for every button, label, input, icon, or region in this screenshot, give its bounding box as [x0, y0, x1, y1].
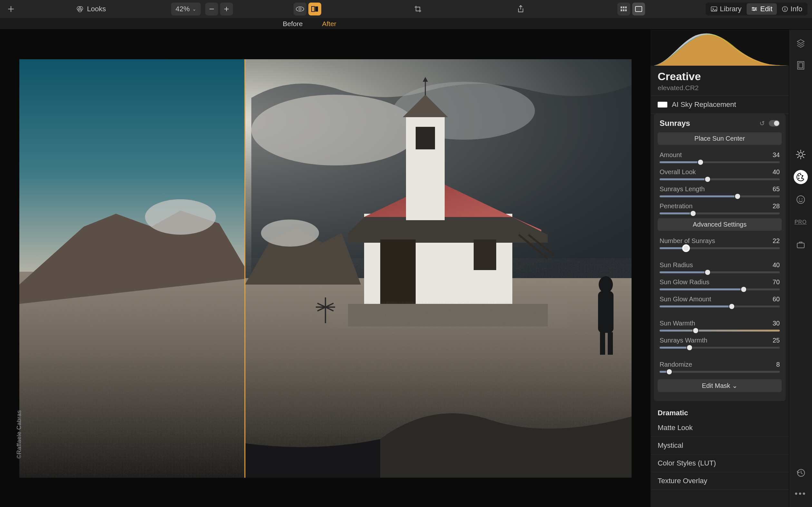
svg-point-27	[145, 199, 216, 235]
utility-category-icon[interactable]	[794, 237, 808, 252]
slider-sunrays-warmth[interactable]: Sunrays Warmth25	[658, 334, 782, 351]
tab-library[interactable]: Library	[706, 3, 746, 15]
layers-icon[interactable]	[794, 36, 808, 50]
single-view-button[interactable]	[632, 3, 645, 15]
slider-number-of-sunrays[interactable]: Number of Sunrays22	[658, 235, 782, 252]
library-icon	[711, 6, 717, 12]
preview-eye-button[interactable]	[294, 3, 306, 15]
svg-point-72	[798, 178, 800, 179]
svg-point-20	[784, 7, 785, 8]
mode-tabs: Library Edit Info	[706, 3, 808, 15]
compare-split-button[interactable]	[308, 3, 321, 15]
ai-sky-label: AI Sky Replacement	[672, 101, 736, 109]
svg-point-4	[299, 8, 301, 10]
essentials-category-icon[interactable]	[794, 148, 808, 162]
panel-category-title: Creative	[658, 70, 701, 83]
after-label: After	[322, 20, 336, 28]
filter-matte-look[interactable]: Matte Look	[651, 419, 789, 437]
info-icon	[782, 6, 788, 12]
slider-amount[interactable]: Amount34	[658, 149, 782, 166]
slider-sunrays-length[interactable]: Sunrays Length65	[658, 183, 782, 200]
svg-rect-11	[623, 9, 624, 11]
share-icon	[517, 5, 524, 13]
slider-penetration[interactable]: Penetration28	[658, 200, 782, 217]
svg-point-49	[599, 276, 613, 293]
tab-info[interactable]: Info	[777, 3, 807, 15]
tab-info-label: Info	[791, 5, 802, 13]
sunrays-toggle[interactable]	[769, 120, 780, 126]
svg-rect-50	[598, 291, 613, 333]
svg-rect-6	[315, 6, 318, 12]
histogram[interactable]	[651, 30, 789, 66]
slider-sun-glow-amount[interactable]: Sun Glow Amount60	[658, 293, 782, 310]
sunrays-title: Sunrays	[660, 119, 690, 128]
slider-randomize[interactable]: Randomize8	[658, 358, 782, 375]
zoom-in-button[interactable]	[220, 3, 233, 15]
filter-dramatic[interactable]: Dramatic	[651, 404, 789, 419]
filter-texture-overlay[interactable]: Texture Overlay	[651, 472, 789, 490]
svg-rect-9	[625, 6, 627, 8]
edit-mask-button[interactable]: Edit Mask ⌄	[658, 379, 782, 392]
image-canvas[interactable]: ©Raffaele Cabras	[0, 30, 650, 507]
zoom-value: 42%	[175, 5, 190, 13]
svg-point-60	[799, 153, 803, 157]
looks-icon	[76, 5, 84, 13]
slider-sun-warmth[interactable]: Sun Warmth30	[658, 317, 782, 334]
top-toolbar: Looks 42% ⌄ Library	[0, 0, 812, 18]
tab-edit-label: Edit	[760, 5, 772, 13]
sky-swatch	[658, 102, 667, 108]
svg-rect-40	[416, 127, 435, 149]
before-label: Before	[283, 20, 303, 28]
zoom-out-button[interactable]	[205, 3, 218, 15]
svg-rect-43	[380, 239, 416, 309]
creative-category-icon[interactable]	[794, 170, 808, 184]
svg-point-15	[713, 8, 714, 9]
svg-point-71	[802, 175, 803, 176]
svg-point-16	[752, 7, 754, 8]
slider-sun-radius[interactable]: Sun Radius40	[658, 259, 782, 276]
zoom-dropdown[interactable]: 42% ⌄	[171, 3, 201, 15]
filter-color-styles-lut-[interactable]: Color Styles (LUT)	[651, 455, 789, 472]
svg-point-69	[798, 175, 800, 176]
place-sun-center-button[interactable]: Place Sun Center	[658, 132, 782, 145]
filter-ai-sky-replacement[interactable]: AI Sky Replacement	[651, 96, 789, 114]
portrait-category-icon[interactable]	[794, 192, 808, 207]
category-rail: PRO •••	[789, 30, 812, 507]
looks-label: Looks	[87, 5, 106, 13]
reset-sunrays-button[interactable]: ↺	[759, 119, 765, 127]
svg-rect-46	[348, 304, 548, 326]
single-icon	[635, 6, 642, 12]
image-credit: ©Raffaele Cabras	[16, 410, 22, 459]
share-button[interactable]	[514, 3, 527, 15]
svg-point-30	[251, 95, 419, 165]
svg-rect-21	[784, 9, 785, 11]
svg-rect-44	[474, 239, 496, 270]
pro-category-icon[interactable]: PRO	[794, 215, 808, 229]
svg-line-66	[803, 157, 804, 158]
crop-button[interactable]	[411, 3, 424, 15]
svg-point-34	[261, 220, 319, 246]
history-icon[interactable]	[794, 466, 808, 480]
photo-preview	[0, 30, 650, 507]
sunrays-filter-panel: Sunrays ↺ Place Sun Center Amount34Overa…	[654, 114, 785, 401]
svg-marker-37	[348, 217, 548, 243]
svg-line-65	[798, 151, 799, 153]
filter-mystical[interactable]: Mystical	[651, 437, 789, 455]
svg-rect-13	[636, 6, 642, 12]
slider-overall-look[interactable]: Overall Look40	[658, 166, 782, 183]
looks-button[interactable]: Looks	[71, 3, 110, 15]
advanced-settings-button[interactable]: Advanced Settings	[658, 218, 782, 231]
svg-point-70	[800, 174, 801, 175]
file-name: elevated.CR2	[651, 83, 789, 96]
tab-edit[interactable]: Edit	[747, 3, 777, 15]
svg-rect-10	[621, 9, 622, 11]
eye-icon	[296, 6, 304, 12]
grid-view-button[interactable]	[617, 3, 630, 15]
svg-line-68	[803, 151, 804, 153]
more-menu-icon[interactable]: •••	[794, 487, 808, 501]
slider-sun-glow-radius[interactable]: Sun Glow Radius70	[658, 276, 782, 293]
canvas-icon[interactable]	[794, 59, 808, 73]
add-button[interactable]	[4, 3, 17, 15]
tab-library-label: Library	[720, 5, 742, 13]
svg-rect-52	[608, 332, 613, 355]
